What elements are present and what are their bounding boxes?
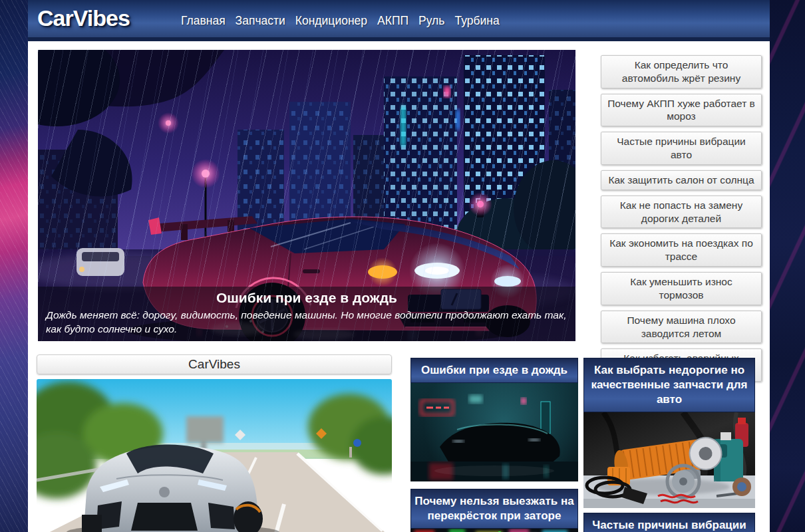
brand-logo[interactable]: CarVibes — [37, 5, 130, 31]
article-column-middle: Ошибки при езде в дождь — [410, 358, 578, 532]
article-column-right: Как выбрать недорогие но качественные за… — [583, 358, 755, 532]
hero-subtitle: Дождь меняет всё: дорогу, видимость, пов… — [46, 309, 567, 336]
sidebar-item-iznos-tormozov[interactable]: Как уменьшить износ тормозов — [601, 272, 762, 305]
section-title: CarVibes — [37, 354, 392, 374]
hero-title: Ошибки при езде в дождь — [46, 290, 567, 306]
article-card: Частые причины вибрации авто — [583, 513, 755, 532]
sidebar-item-zamena-detaley[interactable]: Как не попасть на замену дорогих деталей — [601, 196, 762, 229]
card-title-intersection-jam[interactable]: Почему нельзя выезжать на перекрёсток пр… — [410, 489, 578, 529]
hero-caption: Ошибки при езде в дождь Дождь меняет всё… — [38, 287, 575, 341]
card-image-rainy-night-black-car[interactable] — [410, 383, 578, 481]
card-image-car-spare-parts[interactable] — [583, 412, 755, 508]
card-title-rain-errors[interactable]: Ошибки при езде в дождь — [410, 358, 578, 383]
nav-item-zapchasti[interactable]: Запчасти — [236, 14, 285, 27]
nav-item-turbina[interactable]: Турбина — [454, 14, 499, 27]
sidebar-item-salon-solnce[interactable]: Как защитить салон от солнца — [601, 170, 762, 190]
hero-article: Ошибки при езде в дождь Дождь меняет всё… — [38, 50, 575, 341]
sidebar-item-zavoditsya[interactable]: Почему машина плохо заводится летом — [601, 311, 762, 344]
sidebar-item-vibracii[interactable]: Частые причины вибрации авто — [601, 132, 762, 165]
article-card: Как выбрать недорогие но качественные за… — [583, 358, 755, 508]
main-menu: Главная Запчасти Кондиционер АКПП Руль Т… — [181, 0, 500, 41]
sidebar-article-list: Как определить что автомобиль жрёт резин… — [601, 55, 762, 387]
feature-image-silver-car-highway[interactable] — [37, 379, 392, 532]
page-container: CarVibes Главная Запчасти Кондиционер АК… — [28, 0, 770, 532]
sidebar-item-zhret-rezinu[interactable]: Как определить что автомобиль жрёт резин… — [601, 55, 762, 88]
article-card: Ошибки при езде в дождь — [410, 358, 578, 481]
article-card: Почему нельзя выезжать на перекрёсток пр… — [410, 489, 578, 532]
nav-item-glavnaya[interactable]: Главная — [181, 14, 226, 27]
background-streaks-left — [0, 0, 28, 532]
nav-item-kondicioner[interactable]: Кондиционер — [295, 14, 367, 27]
sidebar-item-ekonomit[interactable]: Как экономить на поездках по трассе — [601, 233, 762, 267]
background-streaks-right — [770, 0, 805, 532]
nav-item-akpp[interactable]: АКПП — [377, 14, 408, 27]
nav-item-rul[interactable]: Руль — [418, 14, 444, 27]
card-image-traffic-jam[interactable] — [410, 529, 578, 532]
sidebar-item-akpp-moroz[interactable]: Почему АКПП хуже работает в мороз — [601, 94, 762, 127]
card-title-cheap-parts[interactable]: Как выбрать недорогие но качественные за… — [583, 358, 755, 412]
card-title-vibration[interactable]: Частые причины вибрации авто — [583, 513, 755, 532]
navbar: CarVibes Главная Запчасти Кондиционер АК… — [28, 0, 770, 41]
